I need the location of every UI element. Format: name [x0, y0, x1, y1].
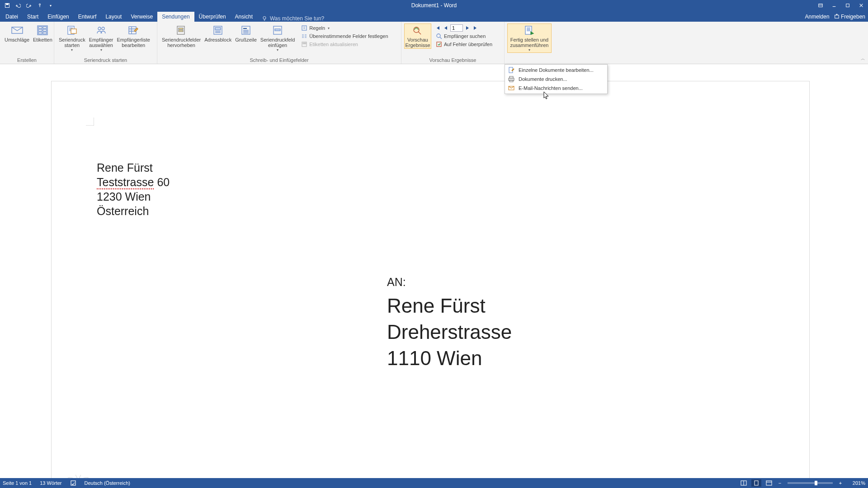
svg-rect-30: [303, 43, 304, 44]
address-block-button[interactable]: Adressblock: [203, 23, 233, 43]
redo-icon[interactable]: [24, 1, 33, 10]
zoom-level[interactable]: 201%: [846, 480, 865, 486]
svg-rect-31: [305, 43, 306, 44]
group-preview-results: Vorschau Ergebnisse Empfänger suchen Auf…: [401, 22, 505, 64]
sender-address-block[interactable]: Rene Fürst Teststrasse 60 1230 Wien Öste…: [97, 160, 170, 218]
check-errors-button[interactable]: Auf Fehler überprüfen: [434, 41, 494, 48]
share-label: Freigeben: [841, 14, 865, 20]
tab-home[interactable]: Start: [23, 12, 43, 22]
tab-layout[interactable]: Layout: [101, 12, 126, 22]
record-number-input[interactable]: [450, 24, 463, 32]
edit-recipient-list-button[interactable]: Empfängerliste bearbeiten: [115, 23, 152, 49]
highlight-merge-fields-button[interactable]: Seriendruckfelder hervorheben: [160, 23, 203, 49]
web-layout-button[interactable]: [764, 479, 774, 487]
status-page[interactable]: Seite 1 von 1: [3, 480, 32, 486]
select-recipients-label: Empfänger auswählen: [89, 37, 113, 48]
insert-merge-field-button[interactable]: Seriendruckfeld einfügen ▾: [259, 23, 297, 53]
svg-point-17: [98, 27, 101, 30]
share-button[interactable]: Freigeben: [834, 14, 865, 20]
envelopes-button[interactable]: Umschläge: [3, 23, 31, 43]
zoom-slider[interactable]: [788, 482, 833, 484]
tab-view[interactable]: Ansicht: [231, 12, 257, 22]
find-recipient-label: Empfänger suchen: [444, 33, 486, 39]
sign-in-link[interactable]: Anmelden: [805, 14, 830, 20]
svg-point-5: [263, 17, 266, 19]
window-title: Dokument1 - Word: [411, 2, 457, 9]
finish-merge-menu: Einzelne Dokumente bearbeiten... Dokumen…: [505, 64, 608, 94]
status-words[interactable]: 13 Wörter: [40, 480, 61, 486]
status-bar: Seite 1 von 1 13 Wörter Deutsch (Österre…: [0, 478, 868, 488]
save-icon[interactable]: [3, 1, 12, 10]
tab-review[interactable]: Überprüfen: [194, 12, 231, 22]
menu-send-email[interactable]: E-Mail-Nachrichten senden...: [505, 84, 607, 93]
labels-label: Etiketten: [33, 37, 52, 42]
title-bar: ▾ Dokument1 - Word: [0, 0, 868, 11]
maximize-icon[interactable]: [841, 0, 854, 11]
tell-me-search[interactable]: Was möchten Sie tun?: [262, 15, 324, 22]
quick-access-toolbar: ▾: [0, 1, 55, 10]
svg-rect-13: [38, 32, 42, 34]
prev-record-button[interactable]: [442, 24, 449, 32]
collapse-ribbon-icon[interactable]: ︿: [861, 56, 865, 62]
tab-insert[interactable]: Einfügen: [43, 12, 73, 22]
group-preview-results-label: Vorschau Ergebnisse: [401, 56, 504, 64]
qat-dropdown-icon[interactable]: ▾: [46, 1, 55, 10]
svg-rect-22: [179, 30, 183, 32]
status-language[interactable]: Deutsch (Österreich): [85, 480, 130, 486]
recipient-address-block[interactable]: Rene Fürst Dreherstrasse 1110 Wien: [387, 293, 512, 371]
ribbon-display-options-icon[interactable]: [814, 0, 827, 11]
ribbon: Umschläge Etiketten Erstellen Seriendruc…: [0, 22, 868, 64]
svg-rect-3: [819, 4, 822, 7]
close-icon[interactable]: [854, 0, 868, 11]
svg-rect-10: [43, 27, 47, 28]
group-create-label: Erstellen: [0, 56, 54, 64]
rules-button[interactable]: Regeln ▾: [299, 24, 390, 32]
sender-street: Teststrasse 60: [97, 175, 170, 189]
ribbon-tabs: Datei Start Einfügen Entwurf Layout Verw…: [0, 11, 868, 22]
tab-mailings[interactable]: Sendungen: [157, 12, 194, 22]
read-mode-button[interactable]: [739, 479, 749, 487]
recipient-street: Dreherstrasse: [387, 319, 512, 345]
finish-merge-label: Fertig stellen und zusammenführen: [510, 37, 549, 48]
minimize-icon[interactable]: [827, 0, 841, 11]
svg-rect-44: [766, 481, 772, 485]
first-record-button[interactable]: [434, 24, 441, 32]
menu-print-documents[interactable]: Dokumente drucken...: [505, 75, 607, 84]
zoom-in-button[interactable]: +: [837, 480, 844, 486]
status-proofing[interactable]: [70, 480, 76, 486]
labels-icon: [35, 24, 50, 36]
next-record-button[interactable]: [464, 24, 471, 32]
menu-edit-individual-docs[interactable]: Einzelne Dokumente bearbeiten...: [505, 66, 607, 75]
zoom-slider-thumb[interactable]: [815, 481, 817, 485]
update-labels-icon: [301, 41, 307, 47]
svg-rect-21: [179, 28, 183, 29]
start-mail-merge-button[interactable]: Seriendruck starten ▾: [57, 23, 87, 53]
match-fields-button[interactable]: Übereinstimmende Felder festlegen: [299, 33, 390, 40]
zoom-out-button[interactable]: −: [777, 480, 783, 486]
finish-merge-button[interactable]: Fertig stellen und zusammenführen ▾: [507, 23, 552, 53]
svg-rect-37: [509, 76, 513, 78]
svg-rect-24: [215, 28, 221, 30]
last-record-button[interactable]: [472, 24, 479, 32]
tab-design[interactable]: Entwurf: [74, 12, 101, 22]
undo-icon[interactable]: [14, 1, 23, 10]
find-recipient-button[interactable]: Empfänger suchen: [434, 33, 494, 40]
tab-references[interactable]: Verweise: [126, 12, 157, 22]
labels-button[interactable]: Etiketten: [31, 23, 54, 43]
envelopes-label: Umschläge: [5, 37, 29, 42]
recipient-label: AN:: [387, 276, 406, 289]
tab-file[interactable]: Datei: [1, 12, 23, 22]
document-page[interactable]: Rene Fürst Teststrasse 60 1230 Wien Öste…: [52, 81, 809, 488]
group-finish: Fertig stellen und zusammenführen ▾ Einz…: [505, 22, 554, 64]
select-recipients-button[interactable]: Empfänger auswählen ▾: [87, 23, 115, 53]
finish-merge-icon: [522, 24, 537, 36]
print-layout-button[interactable]: [751, 479, 761, 487]
edit-list-icon: [126, 24, 141, 36]
share-icon: [834, 14, 840, 19]
chevron-down-icon: ▾: [100, 48, 102, 52]
preview-results-button[interactable]: Vorschau Ergebnisse: [404, 23, 431, 49]
touch-mode-icon[interactable]: [35, 1, 44, 10]
svg-rect-14: [43, 32, 47, 34]
sender-name: Rene Fürst: [97, 160, 170, 175]
greeting-line-button[interactable]: Grußzeile: [233, 23, 259, 43]
